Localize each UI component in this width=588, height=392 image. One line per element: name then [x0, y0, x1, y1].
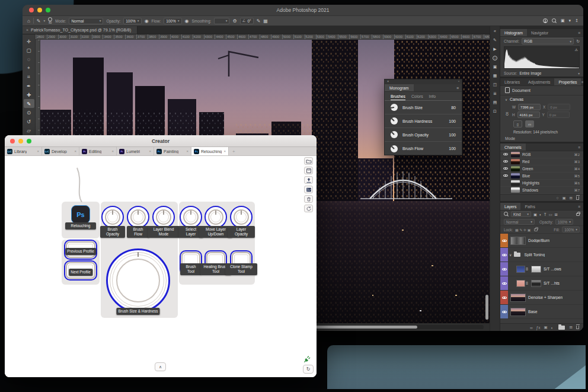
brush-tool-icon[interactable]: ✎ — [24, 99, 34, 108]
airbrush-pressure-icon[interactable]: ◉ — [185, 18, 189, 24]
close-tab-icon[interactable]: × — [223, 149, 226, 153]
add-mask-icon[interactable]: ▣ — [544, 325, 547, 330]
horizontal-scrollbar-thumb[interactable] — [311, 326, 417, 329]
filter-pixel-icon[interactable]: ▣ — [533, 212, 537, 216]
timeline-icon[interactable]: ≣ — [491, 90, 499, 97]
creator-tab-library[interactable]: LrCLibrary× — [5, 147, 42, 155]
smoothing-gear-icon[interactable]: ⚙ — [232, 18, 237, 24]
visibility-eye-icon[interactable] — [501, 295, 507, 300]
delete-profile-button[interactable] — [304, 195, 313, 203]
monogram-control-row[interactable]: Brush Hardness100 — [385, 114, 462, 128]
monogram-tab-colors[interactable]: Colors — [411, 92, 423, 100]
panel-menu-icon[interactable]: ≡ — [578, 29, 583, 36]
refresh-device-button[interactable]: ↻ — [303, 365, 314, 374]
visibility-eye-icon[interactable] — [501, 266, 507, 272]
collapse-icon[interactable]: ▫ — [458, 80, 459, 84]
layer-fill-select[interactable]: 100%▾ — [562, 227, 580, 232]
monogram-control-row[interactable]: Brush Size80 — [385, 101, 462, 114]
canvas-width-field[interactable]: 7396 px — [518, 104, 541, 110]
history-brush-tool-icon[interactable]: ↺ — [24, 117, 34, 126]
tab-adjustments[interactable]: Adjustments — [524, 78, 554, 85]
layer-row[interactable]: 8S/T ...ows — [500, 262, 583, 276]
filter-adjustment-icon[interactable]: ◐ — [539, 212, 542, 216]
knob-layer-blend-mode[interactable] — [152, 206, 175, 228]
brush-settings-icon[interactable]: ✎ — [491, 37, 499, 43]
zoom-window-button[interactable] — [27, 139, 31, 144]
tab-navigator[interactable]: Navigator — [527, 29, 552, 36]
panel-menu-icon[interactable]: ≡ — [581, 78, 583, 85]
sync-button[interactable] — [304, 205, 313, 212]
open-profile-button[interactable] — [304, 157, 313, 165]
knob-brush-flow[interactable] — [127, 206, 149, 228]
visibility-eye-icon[interactable] — [501, 281, 507, 286]
portrait-orientation-button[interactable]: ▯ — [513, 120, 522, 128]
refresh-histogram-icon[interactable]: ↻ — [576, 39, 580, 44]
canvas-section-label[interactable]: Canvas — [510, 97, 523, 101]
layer-row[interactable]: Base — [500, 305, 583, 319]
creator-tab-retouching[interactable]: PsRetouching× — [191, 147, 229, 155]
tab-libraries[interactable]: Libraries — [500, 78, 524, 85]
visibility-eye-icon[interactable] — [503, 166, 509, 171]
eyedropper-tool-icon[interactable]: ✒ — [24, 81, 34, 90]
visibility-eye-icon[interactable] — [503, 173, 509, 179]
monogram-control-row[interactable]: Brush Opacity100 — [385, 128, 462, 142]
visibility-eye-icon[interactable] — [503, 152, 509, 157]
brush-size-hardness-dial[interactable] — [106, 248, 170, 313]
adjustments-dock-icon[interactable]: ⊡ — [491, 108, 499, 114]
panel-menu-icon[interactable]: ≡ — [578, 203, 583, 210]
close-tab-icon[interactable]: × — [74, 149, 76, 153]
patterns-icon[interactable]: ▦ — [491, 72, 499, 79]
tab-channels[interactable]: Channels — [500, 144, 526, 151]
delete-layer-icon[interactable] — [576, 326, 579, 329]
vertical-scrollbar[interactable] — [485, 295, 488, 320]
lasso-tool-icon[interactable]: ◌ — [24, 55, 34, 63]
actions-icon[interactable]: ▶ — [491, 46, 499, 52]
filter-type-icon[interactable]: T — [544, 212, 547, 216]
layer-row[interactable]: ∨Split Toning — [500, 248, 583, 262]
filter-lock-icon[interactable] — [576, 213, 580, 216]
canvas-height-field[interactable]: 4161 px — [517, 111, 540, 118]
channel-row[interactable]: RGB⌘2 — [500, 151, 583, 158]
new-layer-icon[interactable]: ⊞ — [570, 325, 573, 330]
airbrush-icon[interactable]: ◉ — [145, 18, 149, 24]
brush-angle-field[interactable]: ∠0° — [240, 18, 254, 24]
channel-select[interactable]: RGB▾ — [522, 38, 574, 44]
link-layers-icon[interactable]: ∞ — [530, 326, 533, 330]
info-icon[interactable]: i — [491, 55, 499, 61]
spot-healing-tool-icon[interactable]: ✚ — [24, 90, 34, 99]
visibility-eye-icon[interactable] — [501, 309, 507, 314]
save-selection-icon[interactable]: ▣ — [562, 196, 565, 200]
lock-all-icon[interactable] — [534, 228, 538, 231]
close-document-icon[interactable]: × — [26, 28, 28, 32]
delete-channel-icon[interactable] — [576, 196, 579, 200]
knob-brush-opacity[interactable] — [101, 206, 124, 228]
export-image-button[interactable] — [304, 186, 313, 193]
monogram-tab-info[interactable]: Info — [429, 92, 436, 100]
filter-smart-icon[interactable]: ⊞ — [555, 212, 558, 216]
object-selection-tool-icon[interactable]: ⌖ — [24, 63, 34, 72]
canvas-x-field[interactable]: 0 px — [548, 104, 570, 110]
landscape-orientation-button[interactable]: ▭ — [525, 120, 534, 128]
brush-tool-icon[interactable]: ✎ — [37, 18, 41, 24]
tab-paths[interactable]: Paths — [520, 203, 539, 210]
channel-row[interactable]: Red⌘3 — [500, 158, 583, 165]
zoom-window-button[interactable] — [46, 8, 50, 12]
filter-shape-icon[interactable]: ▭ — [549, 212, 552, 216]
creator-tab-develop[interactable]: LrCDevelop× — [42, 147, 79, 155]
close-tab-icon[interactable]: × — [37, 149, 39, 153]
save-profile-button[interactable] — [304, 167, 313, 174]
document-tab[interactable]: × PatrickTomasso_TO_Cityscape.psd @ 79.1… — [23, 26, 138, 34]
minimize-window-button[interactable] — [37, 8, 42, 12]
monogram-title-tab[interactable]: Monogram — [385, 84, 414, 91]
channel-row[interactable]: Highlights⌘6 — [500, 180, 583, 187]
link-dimensions-icon[interactable]: 8 — [506, 111, 509, 117]
monogram-tab-brushes[interactable]: Brushes — [391, 92, 405, 100]
flow-select[interactable]: 100%▾ — [164, 18, 181, 24]
monogram-control-row[interactable]: Brush Flow100 — [385, 142, 462, 155]
tab-histogram[interactable]: Histogram — [500, 29, 527, 36]
layer-row[interactable]: Dodge/Burn — [500, 234, 583, 248]
creator-tab-painting[interactable]: PsPainting× — [154, 147, 191, 155]
opacity-select[interactable]: 100%▾ — [123, 18, 141, 24]
close-icon[interactable]: × — [387, 80, 389, 84]
panel-menu-icon[interactable]: ≡ — [456, 84, 462, 91]
